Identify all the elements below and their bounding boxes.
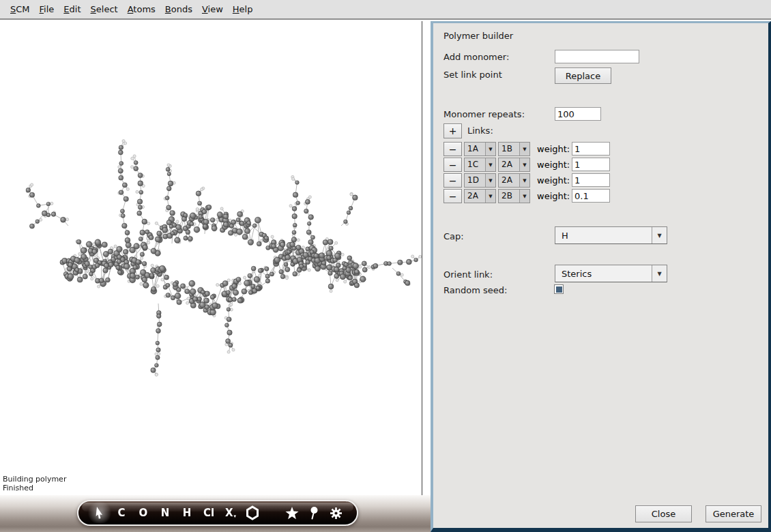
link-row-3: −1D▼2A▼weight:: [433, 173, 768, 189]
cap-label: Cap:: [443, 231, 464, 241]
link-from-value: 2A: [465, 190, 485, 203]
element-cl-button[interactable]: Cl: [200, 503, 218, 523]
chevron-down-icon[interactable]: ▼: [519, 158, 529, 171]
menu-item-edit[interactable]: Edit: [59, 4, 85, 14]
element-h-button[interactable]: H: [178, 503, 196, 523]
chevron-down-icon[interactable]: ▼: [485, 174, 495, 187]
chevron-down-icon[interactable]: ▼: [485, 143, 495, 156]
molecule-viewport[interactable]: Building polymer Finished CONHClX▾: [0, 21, 431, 532]
weight-label: weight:: [537, 191, 570, 201]
link-to-value: 2A: [499, 174, 519, 187]
links-label: Links:: [467, 125, 493, 136]
weight-label: weight:: [537, 175, 570, 186]
menu-item-scm[interactable]: SCM: [5, 4, 35, 14]
link-from-dropdown[interactable]: 1C▼: [464, 158, 496, 172]
balloon-pointer-icon[interactable]: [305, 503, 323, 523]
replace-button[interactable]: Replace: [555, 68, 611, 84]
link-list: −1A▼1B▼weight:−1C▼2A▼weight:−1D▼2A▼weigh…: [433, 142, 768, 205]
link-from-value: 1C: [465, 158, 485, 171]
menu-item-file[interactable]: File: [35, 4, 59, 14]
element-c-button[interactable]: C: [113, 503, 130, 523]
element-o-button[interactable]: O: [134, 503, 152, 523]
link-from-dropdown[interactable]: 2A▼: [464, 189, 496, 203]
status-line-2: Finished: [3, 484, 66, 492]
link-to-value: 2A: [499, 158, 519, 171]
chevron-down-icon: ▾: [234, 514, 237, 523]
set-link-point-label: Set link point: [443, 70, 502, 80]
menu-item-select[interactable]: Select: [86, 4, 123, 14]
benzene-ring-icon[interactable]: [244, 503, 261, 523]
element-n-button[interactable]: N: [156, 503, 174, 523]
remove-link-button[interactable]: −: [443, 158, 462, 172]
link-weight-input[interactable]: [572, 189, 610, 203]
link-to-dropdown[interactable]: 2A▼: [498, 158, 530, 172]
cursor-arrow-icon[interactable]: [91, 503, 108, 523]
chevron-down-icon[interactable]: ▼: [485, 190, 495, 203]
remove-link-button[interactable]: −: [443, 142, 462, 156]
gear-icon[interactable]: [327, 503, 345, 523]
menu-bar: SCMFileEditSelectAtomsBondsViewHelp: [0, 0, 771, 20]
menu-item-help[interactable]: Help: [228, 4, 258, 14]
element-toolbar: CONHClX▾: [77, 500, 358, 526]
close-button[interactable]: Close: [635, 505, 692, 522]
add-monomer-label: Add monomer:: [443, 52, 509, 62]
molecule-rendering[interactable]: [0, 21, 422, 495]
link-row-1: −1A▼1B▼weight:: [433, 142, 768, 158]
random-seed-label: Random seed:: [443, 285, 507, 295]
viewport-right-border: [422, 21, 422, 495]
monomer-repeats-input[interactable]: [555, 107, 601, 121]
link-weight-input[interactable]: [572, 173, 610, 187]
link-to-dropdown[interactable]: 1B▼: [498, 142, 530, 156]
menu-item-view[interactable]: View: [197, 4, 228, 14]
link-to-dropdown[interactable]: 2B▼: [498, 189, 530, 203]
link-to-dropdown[interactable]: 2A▼: [498, 173, 530, 188]
monomer-repeats-label: Monomer repeats:: [443, 109, 525, 119]
add-monomer-input[interactable]: [555, 50, 639, 63]
link-to-value: 2B: [499, 190, 519, 203]
element-x-button[interactable]: X▾: [222, 503, 239, 523]
add-link-button[interactable]: +: [443, 123, 462, 138]
orient-link-label: Orient link:: [443, 269, 493, 280]
remove-link-button[interactable]: −: [443, 173, 462, 188]
menu-item-bonds[interactable]: Bonds: [160, 4, 197, 14]
link-to-value: 1B: [499, 143, 519, 156]
chevron-down-icon[interactable]: ▼: [485, 158, 495, 171]
cap-value: H: [555, 227, 652, 243]
link-row-2: −1C▼2A▼weight:: [433, 158, 768, 173]
chevron-down-icon[interactable]: ▼: [652, 227, 667, 243]
chevron-down-icon[interactable]: ▼: [519, 190, 529, 203]
random-seed-checkbox[interactable]: [554, 284, 564, 294]
link-row-4: −2A▼2B▼weight:: [433, 189, 768, 205]
link-weight-input[interactable]: [572, 158, 610, 171]
status-line-1: Building polymer: [3, 475, 66, 484]
link-from-value: 1A: [465, 143, 485, 156]
panel-title: Polymer builder: [443, 31, 513, 41]
link-from-value: 1D: [465, 174, 485, 187]
cap-dropdown[interactable]: H ▼: [555, 226, 667, 244]
weight-label: weight:: [537, 160, 570, 170]
link-weight-input[interactable]: [572, 142, 610, 156]
orient-link-dropdown[interactable]: Sterics ▼: [555, 265, 667, 282]
chevron-down-icon[interactable]: ▼: [519, 143, 529, 156]
chevron-down-icon[interactable]: ▼: [519, 174, 529, 187]
star-icon[interactable]: [283, 503, 301, 523]
status-text: Building polymer Finished: [3, 475, 66, 492]
remove-link-button[interactable]: −: [443, 189, 462, 203]
bottom-dock: CONHClX▾: [0, 495, 431, 532]
generate-button[interactable]: Generate: [705, 505, 761, 522]
menu-item-atoms[interactable]: Atoms: [123, 4, 160, 14]
polymer-builder-panel: Polymer builder Add monomer: Set link po…: [431, 21, 771, 532]
weight-label: weight:: [537, 144, 570, 154]
link-from-dropdown[interactable]: 1D▼: [464, 173, 496, 188]
chevron-down-icon[interactable]: ▼: [652, 265, 667, 282]
link-from-dropdown[interactable]: 1A▼: [464, 142, 496, 156]
checkbox-fill: [556, 286, 562, 293]
orient-link-value: Sterics: [555, 265, 652, 282]
